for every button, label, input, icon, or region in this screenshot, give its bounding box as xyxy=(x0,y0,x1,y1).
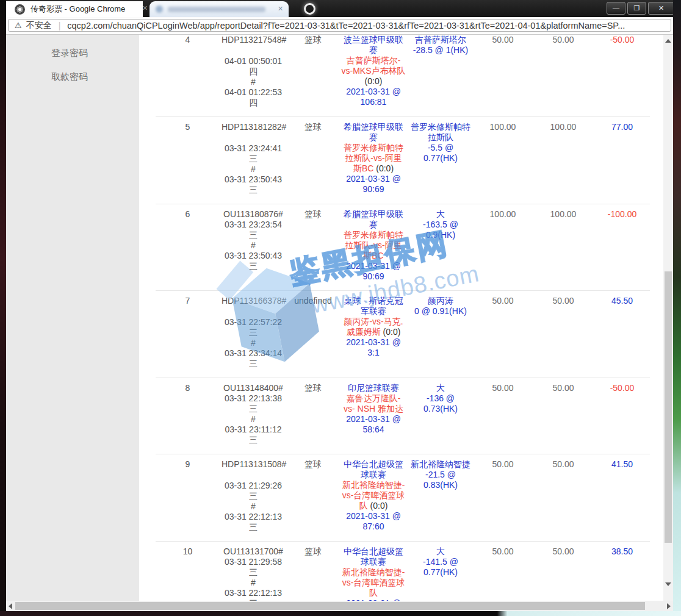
order-id-cell: OU113180876#03-31 23:23:54 三#03-31 23:50… xyxy=(220,209,287,282)
league-name: 桌球 - 斯诺克冠军联赛 xyxy=(341,296,406,317)
scroll-up-icon[interactable] xyxy=(665,39,671,43)
bet-time-separator: # xyxy=(222,501,285,512)
amount-cell: 100.00 xyxy=(474,122,532,195)
address-bar[interactable]: ⚠ 不安全 | cqcp2.com/chuanQiCPLoginWeb/app/… xyxy=(8,19,671,32)
bet-time-separator: # xyxy=(222,240,285,251)
bet-odds: -163.5 @ 0.9(HK) xyxy=(409,220,472,240)
table-row: 9HDP113131508#03-31 21:29:26 三#03-31 22:… xyxy=(156,454,650,541)
table-row: 10OU113131700#03-31 21:29:58 三#03-31 22:… xyxy=(156,541,650,601)
sport-cell: 篮球 xyxy=(287,459,339,532)
order-id-spacer xyxy=(222,470,285,481)
bet-pick: 新北裕隆纳智捷 xyxy=(409,459,472,470)
close-icon[interactable]: ✕ xyxy=(278,5,283,13)
order-id-cell: OU113148400#03-31 22:13:38 三#03-31 23:11… xyxy=(220,383,287,445)
bet-time-start: 03-31 23:23:54 三 xyxy=(222,220,285,240)
order-id: OU113180876# xyxy=(222,209,285,220)
sport-cell: 篮球 xyxy=(287,122,339,195)
bet-cell: 吉普萨斯塔尔-28.5 @ 1(HK) xyxy=(408,35,474,108)
match-date: 2021-03-31 @ xyxy=(341,261,406,271)
profit-cell: -50.00 xyxy=(594,35,650,108)
amount-cell: 50.00 xyxy=(474,546,532,601)
profit-cell: 45.50 xyxy=(594,296,650,369)
bet-time-separator: # xyxy=(222,338,285,348)
bet-odds: -5.5 @ 0.77(HK) xyxy=(409,143,472,163)
horizontal-scrollbar[interactable] xyxy=(6,601,673,611)
bet-odds: -28.5 @ 1(HK) xyxy=(409,45,472,56)
bet-time-end: 03-31 23:34:14 三 xyxy=(222,348,285,369)
bet-cell: 新北裕隆纳智捷-21.5 @ 0.83(HK) xyxy=(408,459,474,532)
match-halftime-score: (0:0) xyxy=(383,327,401,337)
vertical-scrollbar[interactable] xyxy=(663,35,673,601)
order-id: HDP113217548# xyxy=(222,35,285,45)
url-text[interactable]: cqcp2.com/chuanQiCPLoginWeb/app/reportDe… xyxy=(67,21,625,30)
background-browser-tab[interactable]: ✕ xyxy=(150,1,289,17)
minimize-button[interactable]: — xyxy=(607,2,625,15)
league-name: 波兰篮球甲级联赛 xyxy=(341,35,406,56)
match-date: 2021-03-31 @ xyxy=(341,337,406,348)
tab-favicon xyxy=(156,5,163,13)
valid-amount-cell: 50.00 xyxy=(532,35,594,108)
security-warning-icon[interactable]: ⚠ xyxy=(15,21,22,30)
scroll-down-icon[interactable] xyxy=(665,582,671,586)
bet-pick: 大 xyxy=(409,383,472,393)
close-button[interactable]: ✕ xyxy=(648,2,674,15)
match-teams: 普罗米修斯帕特拉斯队-vs-阿里斯BC (0:0) xyxy=(341,143,406,174)
close-icon[interactable]: ✕ xyxy=(142,4,148,12)
match-teams: 普罗米修斯帕特拉斯队-vs-阿里斯BC xyxy=(341,230,406,261)
order-id-spacer xyxy=(222,132,285,143)
security-warning-label[interactable]: 不安全 xyxy=(26,20,52,31)
bet-time-separator: # xyxy=(222,164,285,174)
bet-pick: 普罗米修斯帕特拉斯队 xyxy=(409,122,472,143)
sport-cell: 篮球 xyxy=(287,383,339,445)
bet-time-separator: # xyxy=(222,77,285,87)
match-cell: 桌球 - 斯诺克冠军联赛颜丙涛-vs-马克.威廉姆斯 (0:0)2021-03-… xyxy=(339,296,408,369)
window-controls: — ❐ ✕ xyxy=(607,2,674,15)
match-teams: 颜丙涛-vs-马克.威廉姆斯 (0:0) xyxy=(341,317,406,337)
match-teams: 吉普萨斯塔尔-vs-MKS卢布林队 (0:0) xyxy=(341,56,406,87)
bet-odds: -141.5 @ 0.77(HK) xyxy=(409,557,472,578)
row-number-cell: 4 xyxy=(156,35,220,108)
match-date: 2021-03-31 @ xyxy=(341,174,406,184)
row-number-cell: 6 xyxy=(156,209,220,282)
bet-time-end: 03-31 22:12:13 三 xyxy=(222,512,285,532)
match-cell: 希腊篮球甲级联赛普罗米修斯帕特拉斯队-vs-阿里斯BC2021-03-31 @9… xyxy=(339,209,408,282)
amount-cell: 100.00 xyxy=(474,209,532,282)
bet-time-end: 03-31 22:12:13 三 xyxy=(222,588,285,601)
bet-odds: -21.5 @ 0.83(HK) xyxy=(409,470,472,490)
bet-pick: 大 xyxy=(409,546,472,557)
bet-odds: 0 @ 0.91(HK) xyxy=(409,306,472,317)
match-halftime-score: (0:0) xyxy=(370,501,388,510)
sidebar-item-1[interactable]: 登录密码 xyxy=(6,41,139,65)
match-final-score: 58:64 xyxy=(341,424,406,435)
bet-time-separator: # xyxy=(222,414,285,424)
match-date: 2021-03-31 @ xyxy=(341,414,406,424)
bet-cell: 大-141.5 @ 0.77(HK) xyxy=(408,546,474,601)
order-id-spacer xyxy=(222,45,285,56)
match-final-score: 90:69 xyxy=(341,184,406,195)
chrome-logo-icon xyxy=(15,4,25,15)
sidebar: 登录密码取款密码 xyxy=(6,35,139,601)
match-teams: 嘉鲁达万隆队-vs- NSH 雅加达 xyxy=(341,393,406,414)
row-number-cell: 7 xyxy=(156,296,220,369)
match-cell: 中华台北超级篮球联赛新北裕隆纳智捷-vs-台湾啤酒篮球队 (0:0)2021-0… xyxy=(339,459,408,532)
vertical-scrollbar-thumb[interactable] xyxy=(665,271,672,543)
valid-amount-cell: 100.00 xyxy=(532,209,594,282)
bet-report-table: 4HDP113217548#04-01 00:50:01 四#04-01 01:… xyxy=(156,35,650,601)
amount-cell: 50.00 xyxy=(474,35,532,108)
table-row: 5HDP113181282#03-31 23:24:41 三#03-31 23:… xyxy=(156,116,650,204)
table-row: 6OU113180876#03-31 23:23:54 三#03-31 23:5… xyxy=(156,204,650,290)
bet-time-end: 03-31 23:11:12 三 xyxy=(222,424,285,445)
maximize-button[interactable]: ❐ xyxy=(627,2,646,15)
match-halftime-score: (0:0) xyxy=(365,76,383,86)
horizontal-scrollbar-thumb[interactable] xyxy=(15,602,645,610)
bet-pick: 大 xyxy=(409,209,472,220)
match-final-score: 87:60 xyxy=(341,521,406,532)
match-date: 2021-03-31 @ xyxy=(341,87,406,97)
scroll-left-icon[interactable] xyxy=(9,603,12,609)
bet-time-start: 03-31 21:29:58 三 xyxy=(222,557,285,578)
scroll-right-icon[interactable] xyxy=(667,603,671,609)
valid-amount-cell: 50.00 xyxy=(532,383,594,445)
profit-cell: -100.00 xyxy=(594,209,650,282)
league-name: 希腊篮球甲级联赛 xyxy=(341,209,406,230)
sidebar-item-2[interactable]: 取款密码 xyxy=(6,65,139,88)
